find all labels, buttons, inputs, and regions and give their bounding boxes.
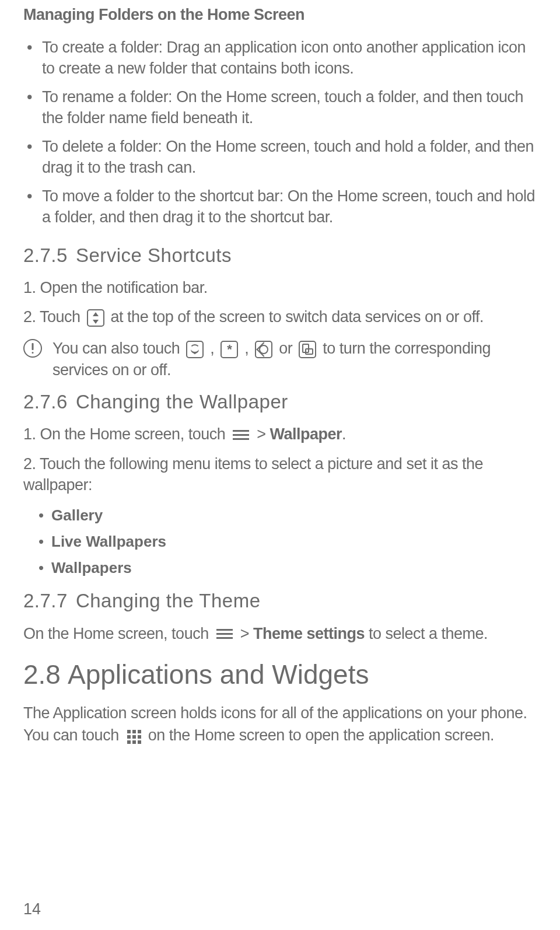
auto-rotate-icon — [299, 341, 316, 358]
bold-text: Live Wallpapers — [51, 533, 166, 550]
text-part: > — [236, 625, 253, 642]
list-item: Live Wallpapers — [35, 530, 537, 553]
bluetooth-icon — [220, 341, 238, 358]
list-item: Gallery — [35, 504, 537, 527]
text-part: , — [240, 340, 253, 357]
menu-icon — [216, 628, 233, 641]
list-item: To move a folder to the shortcut bar: On… — [23, 186, 537, 228]
section-title: Changing the Theme — [76, 590, 261, 611]
info-note: You can also touch , , or to turn the co… — [23, 338, 537, 380]
step-text: 2. Touch the following menu items to sel… — [23, 453, 537, 496]
section-applications-widgets: 2.8Applications and Widgets — [23, 659, 537, 690]
section-number: 2.7.6 — [23, 391, 68, 412]
info-text: You can also touch , , or to turn the co… — [52, 338, 537, 380]
paragraph-text: The Application screen holds icons for a… — [23, 702, 537, 747]
text-part: . — [342, 425, 346, 443]
bold-text: Theme settings — [253, 625, 365, 642]
section-changing-wallpaper: 2.7.6Changing the Wallpaper — [23, 391, 537, 413]
wallpaper-options-list: Gallery Live Wallpapers Wallpapers — [35, 504, 537, 579]
bold-text: Gallery — [51, 506, 103, 524]
data-toggle-icon — [87, 309, 104, 327]
text-part: On the Home screen, touch — [23, 625, 213, 642]
folder-bullet-list: To create a folder: Drag an application … — [23, 37, 537, 228]
text-part: on the Home screen to open the applicati… — [144, 726, 494, 744]
list-item: To rename a folder: On the Home screen, … — [23, 86, 537, 129]
section-title: Changing the Wallpaper — [76, 391, 288, 412]
section-number: 2.7.5 — [23, 244, 68, 266]
paragraph-text: On the Home screen, touch > Theme settin… — [23, 623, 537, 645]
apps-grid-icon — [127, 729, 141, 743]
bold-text: Wallpapers — [51, 559, 132, 576]
section-number: 2.8 — [23, 659, 61, 690]
heading-managing-folders: Managing Folders on the Home Screen — [23, 6, 537, 24]
text-part: > — [253, 425, 270, 443]
text-part: to select a theme. — [365, 625, 488, 642]
text-part: You can also touch — [52, 340, 184, 357]
text-part: , — [206, 340, 218, 357]
section-title: Applications and Widgets — [68, 659, 369, 690]
list-item: Wallpapers — [35, 557, 537, 579]
text-part: 2. Touch — [23, 308, 85, 326]
section-title: Service Shortcuts — [76, 244, 232, 266]
text-part: at the top of the screen to switch data … — [107, 308, 484, 326]
menu-icon — [233, 429, 249, 442]
gps-icon — [255, 341, 272, 358]
section-service-shortcuts: 2.7.5Service Shortcuts — [23, 244, 537, 267]
section-number: 2.7.7 — [23, 590, 68, 611]
page-number: 14 — [23, 900, 41, 918]
bold-text: Wallpaper — [270, 425, 342, 443]
wifi-icon — [186, 341, 204, 358]
step-text: 1. Open the notification bar. — [23, 277, 537, 298]
list-item: To delete a folder: On the Home screen, … — [23, 136, 537, 179]
section-changing-theme: 2.7.7Changing the Theme — [23, 590, 537, 612]
list-item: To create a folder: Drag an application … — [23, 37, 537, 79]
text-part: 1. On the Home screen, touch — [23, 425, 229, 443]
info-icon — [23, 339, 42, 358]
step-text: 1. On the Home screen, touch > Wallpaper… — [23, 424, 537, 445]
step-text: 2. Touch at the top of the screen to swi… — [23, 306, 537, 327]
text-part: or — [275, 340, 296, 357]
